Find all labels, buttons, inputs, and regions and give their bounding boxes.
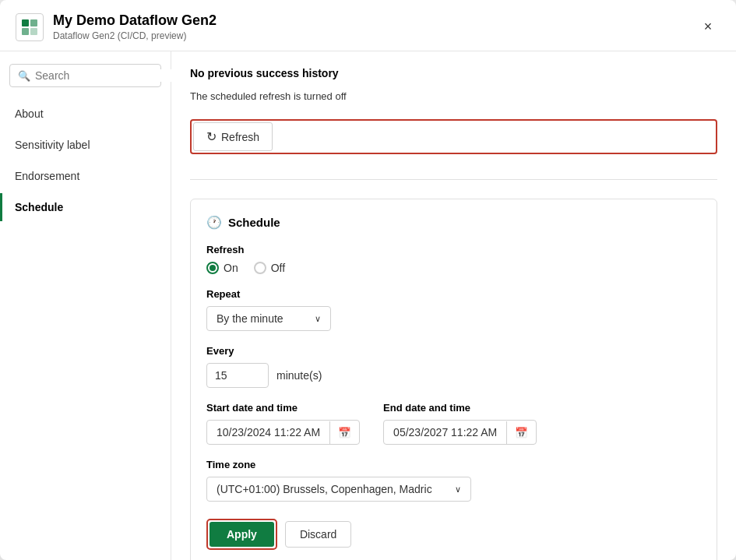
refresh-label: Refresh — [206, 244, 701, 255]
apply-button-wrapper: Apply — [206, 519, 277, 550]
sidebar-item-label: Endorsement — [15, 170, 79, 182]
start-date-field: Start date and time 10/23/2024 11:22 AM … — [206, 402, 360, 445]
calendar-icon: 📅 — [515, 427, 528, 438]
refresh-button[interactable]: ↻ Refresh — [193, 122, 273, 151]
start-date-picker-button[interactable]: 📅 — [329, 421, 359, 444]
sidebar-item-about[interactable]: About — [0, 100, 171, 128]
panel-title-label: Schedule — [228, 216, 280, 229]
end-date-field: End date and time 05/23/2027 11:22 AM 📅 — [383, 402, 537, 445]
dialog: My Demo Dataflow Gen2 Dataflow Gen2 (CI/… — [0, 0, 736, 560]
refresh-radio-group: On Off — [206, 262, 701, 274]
repeat-select[interactable]: By the minute ∨ — [206, 306, 331, 331]
svg-rect-0 — [22, 19, 29, 26]
sidebar-item-schedule[interactable]: Schedule — [0, 193, 171, 221]
every-unit: minute(s) — [276, 369, 322, 382]
sidebar-item-label: Schedule — [15, 201, 63, 213]
radio-on-circle — [206, 262, 219, 274]
divider — [190, 179, 717, 180]
repeat-label: Repeat — [206, 288, 701, 300]
every-field: Every minute(s) — [206, 345, 701, 388]
sidebar: 🔍 About Sensitivity label Endorsement Sc… — [0, 51, 171, 560]
discard-button[interactable]: Discard — [285, 521, 351, 548]
sidebar-item-endorsement[interactable]: Endorsement — [0, 162, 171, 190]
dates-row: Start date and time 10/23/2024 11:22 AM … — [206, 402, 701, 445]
end-date-value: 05/23/2027 11:22 AM — [384, 421, 506, 444]
radio-on-label: On — [224, 262, 238, 274]
start-date-label: Start date and time — [206, 402, 360, 414]
app-icon — [16, 13, 44, 41]
no-history-text: No previous success history — [190, 67, 717, 79]
radio-off-circle — [254, 262, 266, 274]
sidebar-item-label: Sensitivity label — [15, 139, 90, 151]
main-content: No previous success history The schedule… — [171, 51, 736, 560]
end-date-picker-button[interactable]: 📅 — [506, 421, 536, 444]
repeat-value: By the minute — [217, 312, 283, 325]
svg-rect-2 — [22, 28, 29, 35]
chevron-down-icon: ∨ — [315, 314, 321, 324]
refresh-icon: ↻ — [206, 129, 217, 144]
start-date-wrapper: 10/23/2024 11:22 AM 📅 — [206, 420, 360, 445]
radio-off-option[interactable]: Off — [254, 262, 285, 274]
dialog-subtitle: Dataflow Gen2 (CI/CD, preview) — [53, 30, 696, 41]
chevron-down-icon: ∨ — [455, 484, 461, 495]
start-date-value: 10/23/2024 11:22 AM — [207, 421, 329, 444]
search-icon: 🔍 — [18, 70, 30, 82]
repeat-field: Repeat By the minute ∨ — [206, 288, 701, 331]
timezone-select[interactable]: (UTC+01:00) Brussels, Copenhagen, Madric… — [206, 477, 471, 502]
apply-button[interactable]: Apply — [210, 522, 274, 547]
header-titles: My Demo Dataflow Gen2 Dataflow Gen2 (CI/… — [53, 12, 696, 41]
timezone-label: Time zone — [206, 459, 701, 470]
schedule-panel: 🕐 Schedule Refresh On Off — [190, 199, 717, 560]
timezone-field: Time zone (UTC+01:00) Brussels, Copenhag… — [206, 459, 701, 502]
refresh-button-label: Refresh — [221, 131, 259, 143]
close-button[interactable]: × — [696, 15, 720, 40]
radio-on-option[interactable]: On — [206, 262, 238, 274]
end-date-wrapper: 05/23/2027 11:22 AM 📅 — [383, 420, 537, 445]
every-label: Every — [206, 345, 701, 357]
calendar-icon: 📅 — [338, 427, 351, 438]
refresh-field: Refresh On Off — [206, 244, 701, 274]
search-box[interactable]: 🔍 — [9, 64, 161, 87]
every-row: minute(s) — [206, 363, 701, 388]
refresh-button-wrapper: ↻ Refresh — [190, 119, 717, 154]
end-date-label: End date and time — [383, 402, 537, 414]
every-input[interactable] — [206, 363, 269, 388]
svg-rect-1 — [30, 19, 37, 26]
radio-off-label: Off — [271, 262, 285, 274]
search-input[interactable] — [35, 69, 171, 82]
sidebar-item-sensitivity[interactable]: Sensitivity label — [0, 131, 171, 159]
svg-rect-3 — [30, 28, 37, 35]
timezone-value: (UTC+01:00) Brussels, Copenhagen, Madric — [217, 483, 432, 495]
header: My Demo Dataflow Gen2 Dataflow Gen2 (CI/… — [0, 0, 736, 51]
body: 🔍 About Sensitivity label Endorsement Sc… — [0, 51, 736, 560]
panel-title: 🕐 Schedule — [206, 215, 701, 230]
scheduled-off-text: The scheduled refresh is turned off — [190, 90, 717, 102]
clock-icon: 🕐 — [206, 215, 222, 230]
sidebar-item-label: About — [15, 107, 44, 120]
actions-row: Apply Discard — [206, 519, 701, 550]
dialog-title: My Demo Dataflow Gen2 — [53, 12, 696, 29]
